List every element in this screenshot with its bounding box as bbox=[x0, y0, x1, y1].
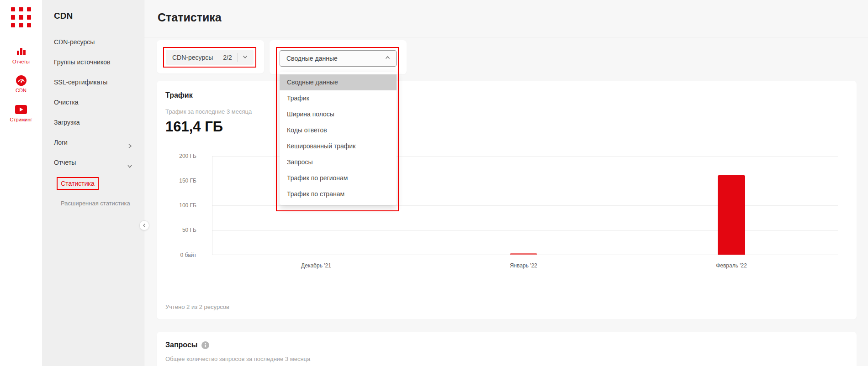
icon-rail: Отчеты CDN Стриминг bbox=[0, 0, 42, 366]
dropdown-option-traffic-regions[interactable]: Трафик по регионам bbox=[280, 170, 397, 186]
report-type-dropdown-menu: Сводные данные Трафик Ширина полосы Коды… bbox=[280, 72, 397, 205]
chevron-left-icon bbox=[142, 223, 147, 228]
chevron-down-icon bbox=[242, 53, 248, 62]
traffic-bar-chart: 200 ГБ 150 ГБ 100 ГБ 50 ГБ 0 байт Декабр… bbox=[157, 156, 857, 275]
sidebar-item-statistics[interactable]: Статистика bbox=[57, 177, 99, 190]
x-label: Январь '22 bbox=[487, 262, 560, 269]
axis-baseline bbox=[212, 255, 838, 255]
info-icon[interactable] bbox=[201, 341, 209, 349]
x-label: Декабрь '21 bbox=[280, 262, 353, 269]
sidebar-item-ssl-certs[interactable]: SSL-сертификаты bbox=[42, 75, 144, 89]
rail-item-cdn[interactable]: CDN bbox=[0, 74, 42, 93]
cdn-resources-select-label: CDN-ресурсы bbox=[172, 54, 213, 61]
sidebar-title: CDN bbox=[54, 11, 73, 21]
card-footer-divider bbox=[157, 296, 857, 296]
cdn-statistics-page: Отчеты CDN Стриминг CDN CDN-ресурсы Гру bbox=[0, 0, 868, 366]
select-separator bbox=[238, 53, 238, 62]
dropdown-option-requests[interactable]: Запросы bbox=[280, 154, 397, 170]
report-type-select[interactable]: Сводные данные bbox=[280, 50, 397, 67]
sidebar-item-prefetch[interactable]: Загрузка bbox=[42, 115, 144, 129]
sidebar-item-purge[interactable]: Очистка bbox=[42, 95, 144, 109]
speedometer-icon bbox=[0, 74, 42, 86]
y-tick: 100 ГБ bbox=[157, 202, 196, 209]
report-type-select-value: Сводные данные bbox=[286, 55, 338, 62]
cdn-resources-select-value: 2/2 bbox=[223, 54, 232, 61]
dropdown-option-traffic[interactable]: Трафик bbox=[280, 90, 397, 106]
requests-card: Запросы Общее количество запросов за пос… bbox=[157, 332, 857, 366]
sidebar-item-origin-groups[interactable]: Группы источников bbox=[42, 55, 144, 69]
dropdown-option-cached-traffic[interactable]: Кешированный трафик bbox=[280, 138, 397, 154]
y-tick: 0 байт bbox=[157, 252, 196, 258]
traffic-card: Трафик Трафик за последние 3 месяца 161,… bbox=[157, 81, 857, 319]
rail-item-streaming[interactable]: Стриминг bbox=[0, 104, 42, 122]
play-icon bbox=[0, 104, 42, 115]
main-content: Статистика CDN-ресурсы 2/2 Сводные данны… bbox=[144, 0, 868, 366]
traffic-card-title: Трафик bbox=[165, 91, 193, 99]
dropdown-option-bandwidth[interactable]: Ширина полосы bbox=[280, 106, 397, 122]
rail-divider bbox=[8, 34, 34, 34]
x-label: Февраль '22 bbox=[695, 262, 768, 269]
dropdown-option-traffic-countries[interactable]: Трафик по странам bbox=[280, 186, 397, 202]
y-tick: 50 ГБ bbox=[157, 227, 196, 233]
requests-card-subtitle: Общее количество запросов за последние 3… bbox=[165, 356, 310, 362]
chevron-right-icon bbox=[127, 140, 132, 153]
dropdown-option-summary[interactable]: Сводные данные bbox=[280, 74, 397, 90]
chevron-up-icon bbox=[385, 54, 391, 63]
chevron-down-icon bbox=[127, 160, 132, 173]
page-title: Статистика bbox=[158, 11, 222, 24]
header-divider bbox=[144, 37, 868, 37]
y-tick: 200 ГБ bbox=[157, 153, 196, 159]
sidebar-item-reports[interactable]: Отчеты bbox=[42, 156, 144, 169]
dropdown-option-response-codes[interactable]: Коды ответов bbox=[280, 122, 397, 138]
cdn-resources-select[interactable]: CDN-ресурсы 2/2 bbox=[166, 50, 254, 65]
brand-logo-icon[interactable] bbox=[11, 7, 31, 27]
requests-card-title: Запросы bbox=[165, 341, 197, 349]
rail-item-reports[interactable]: Отчеты bbox=[0, 46, 42, 64]
resources-counted-note: Учтено 2 из 2 ресурсов bbox=[165, 303, 229, 310]
bar-february bbox=[718, 175, 745, 255]
rail-item-label: Стриминг bbox=[0, 117, 42, 122]
cdn-sidebar: CDN CDN-ресурсы Группы источников SSL-се… bbox=[42, 0, 144, 366]
traffic-card-subtitle: Трафик за последние 3 месяца bbox=[165, 108, 252, 115]
sidebar-item-advanced-statistics[interactable]: Расширенная статистика bbox=[61, 200, 130, 207]
sidebar-collapse-button[interactable] bbox=[139, 220, 149, 230]
rail-item-label: CDN bbox=[0, 88, 42, 93]
sidebar-item-logs[interactable]: Логи bbox=[42, 136, 144, 149]
traffic-total-value: 161,4 ГБ bbox=[165, 119, 223, 135]
bar-chart-icon bbox=[0, 46, 42, 58]
rail-item-label: Отчеты bbox=[0, 59, 42, 64]
sidebar-item-cdn-resources[interactable]: CDN-ресурсы bbox=[42, 35, 144, 49]
bar-january bbox=[510, 253, 537, 255]
y-tick: 150 ГБ bbox=[157, 178, 196, 184]
